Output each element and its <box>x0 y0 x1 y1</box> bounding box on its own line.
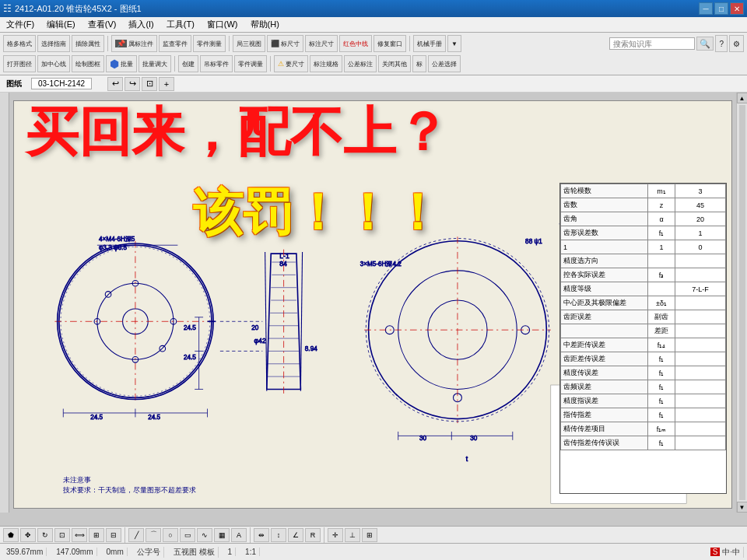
bt-snap[interactable]: ✛ <box>328 528 343 542</box>
spec-table: 齿轮模数 m₁ 3 齿数 z 45 齿角 α 20 <box>560 184 726 450</box>
spec-name: 中差距传误差 <box>561 338 648 352</box>
bt-dim-angle[interactable]: ∠ <box>288 528 303 542</box>
window-title: 2412-A01.20 锥齿轮45X2 - 图纸1 <box>15 3 142 15</box>
tb-dim-blank[interactable]: ⬛ 标尺寸 <box>267 35 303 52</box>
menu-bar: 文件(F) 编辑(E) 查看(V) 插入(I) 工具(T) 窗口(W) 帮助(H… <box>0 17 747 33</box>
tb-red-center[interactable]: 红色中线 <box>339 35 372 52</box>
gear-front-view <box>54 241 216 402</box>
bt-text[interactable]: A <box>231 528 247 542</box>
scroll-track[interactable] <box>739 105 745 500</box>
tb-open-path[interactable]: 打开图径 <box>3 55 36 72</box>
spec-sym: f₁ <box>647 380 675 394</box>
tb-close-others[interactable]: 关闭其他 <box>378 55 411 72</box>
bt-arc[interactable]: ⌒ <box>146 528 161 542</box>
spec-sym: ±δ₁ <box>647 296 675 310</box>
bt-dim-radius[interactable]: R <box>305 528 321 542</box>
spec-name <box>561 324 648 338</box>
close-button[interactable]: ✕ <box>730 2 744 15</box>
bt-circle[interactable]: ○ <box>163 528 178 542</box>
menu-file[interactable]: 文件(F) <box>3 18 37 31</box>
title-bar-controls[interactable]: ─ □ ✕ <box>699 2 744 15</box>
spec-val: 7-L-F <box>675 282 726 296</box>
bt-grid[interactable]: ⊞ <box>362 528 377 542</box>
svg-text:88 ψ1: 88 ψ1 <box>525 238 542 245</box>
bt-dim-linear[interactable]: ⇹ <box>254 528 269 542</box>
tb-settings[interactable]: ⚙ <box>729 35 744 52</box>
tb-3view[interactable]: 局三视图 <box>233 35 265 52</box>
coord-label: 图纸 <box>6 79 22 89</box>
tb-select-guide[interactable]: 选择指南 <box>37 35 70 52</box>
minimize-button[interactable]: ─ <box>699 2 713 15</box>
spec-row: 齿轮模数 m₁ 3 <box>561 184 726 198</box>
tb-multiformat[interactable]: 格多格式 <box>3 35 36 52</box>
menu-window[interactable]: 窗口(W) <box>204 18 241 31</box>
menu-insert[interactable]: 插入(I) <box>125 18 156 31</box>
tb-check-part[interactable]: 监查零件 <box>159 35 191 52</box>
zoom-fit[interactable]: ⊡ <box>142 77 157 91</box>
tb-batch-enlarge[interactable]: 批量调大 <box>139 55 171 72</box>
tb-tolerance[interactable]: 公差标注 <box>344 55 377 72</box>
bt-mirror[interactable]: ⟺ <box>72 528 87 542</box>
bt-select[interactable]: ⬟ <box>3 528 19 542</box>
bt-array[interactable]: ⊟ <box>106 528 121 542</box>
toolbar-sep-2 <box>229 36 230 51</box>
bt-scale[interactable]: ⊡ <box>54 528 70 542</box>
tb-help[interactable]: ? <box>715 35 728 52</box>
menu-tools[interactable]: 工具(T) <box>163 18 198 31</box>
tb-batch[interactable]: ⬢ 批量 <box>106 55 137 72</box>
spec-row: 齿距误差 副齿 <box>561 310 726 324</box>
menu-view[interactable]: 查看(V) <box>85 18 120 31</box>
spec-val <box>675 352 726 366</box>
scroll-up-button[interactable]: ▲ <box>737 93 748 103</box>
spec-row: 中差距传误差 f₁₄ <box>561 338 726 352</box>
search-input[interactable] <box>609 37 695 50</box>
tb-mechanical[interactable]: 机械手册 <box>413 35 446 52</box>
bt-copy[interactable]: ⊞ <box>89 528 104 542</box>
spec-name: 齿传指差传传误误 <box>561 436 648 450</box>
bt-dim-align[interactable]: ↕ <box>271 528 286 542</box>
undo-button[interactable]: ↩ <box>107 77 123 91</box>
spec-sym: f₁ <box>647 352 675 366</box>
bt-hatch[interactable]: ▦ <box>214 528 230 542</box>
toolbar-row-1: 格多格式 选择指南 插除属性 📌 属标注件 监查零件 零件测量 局三视图 ⬛ 标… <box>3 34 744 53</box>
tb-add-centerline[interactable]: 加中心线 <box>37 55 70 72</box>
tb-create[interactable]: 创建 <box>178 55 198 72</box>
bt-rect[interactable]: ▭ <box>180 528 195 542</box>
search-button[interactable]: 🔍 <box>696 37 714 51</box>
bt-rotate[interactable]: ↻ <box>37 528 53 542</box>
bt-sep-2 <box>250 527 251 543</box>
maximize-button[interactable]: □ <box>714 2 728 15</box>
spec-row: 差距 <box>561 324 726 338</box>
svg-text:20: 20 <box>251 324 259 331</box>
menu-help[interactable]: 帮助(H) <box>247 18 282 31</box>
bt-line[interactable]: ╱ <box>128 528 144 542</box>
bt-ortho[interactable]: ⊥ <box>345 528 360 542</box>
tb-delete-attr[interactable]: 插除属性 <box>72 35 104 52</box>
drawing-canvas[interactable]: 买回来，配不上？ 该罚！！！ <box>9 93 736 513</box>
menu-edit[interactable]: 编辑(E) <box>44 18 79 31</box>
tb-draw-frame[interactable]: 绘制图框 <box>72 55 104 72</box>
tb-spec-label[interactable]: 标注规格 <box>310 55 342 72</box>
spec-val <box>675 408 726 422</box>
tb-measure-part[interactable]: 零件测量 <box>193 35 226 52</box>
tb-fix-window[interactable]: 修复窗口 <box>374 35 406 52</box>
tb-dim-note[interactable]: 标注尺寸 <box>305 35 338 52</box>
bt-spline[interactable]: ∿ <box>197 528 212 542</box>
tb-part-measure2[interactable]: 零件调量 <box>234 55 267 72</box>
tb-require-dim[interactable]: ⚠ 要尺寸 <box>274 55 308 72</box>
tb-label[interactable]: 标 <box>412 55 426 72</box>
scroll-down-button[interactable]: ▼ <box>737 502 748 513</box>
tb-tol-select[interactable]: 公差选择 <box>428 55 461 72</box>
spec-sym: 1 <box>647 240 675 254</box>
tb-more[interactable]: ▼ <box>447 35 461 52</box>
spec-row: 齿数 z 45 <box>561 198 726 212</box>
tb-part-mark[interactable]: 📌 属标注件 <box>111 35 157 52</box>
tb-hang-part[interactable]: 吊标零件 <box>200 55 233 72</box>
right-scrollbar[interactable]: ▲ ▼ <box>736 93 747 513</box>
redo-button[interactable]: ↪ <box>124 77 140 91</box>
zoom-in[interactable]: + <box>159 77 174 91</box>
bt-move[interactable]: ✥ <box>20 528 36 542</box>
drawing-paper: 买回来，配不上？ 该罚！！！ <box>13 100 732 509</box>
status-extra: 中·中 <box>722 548 740 556</box>
spec-val <box>675 296 726 310</box>
